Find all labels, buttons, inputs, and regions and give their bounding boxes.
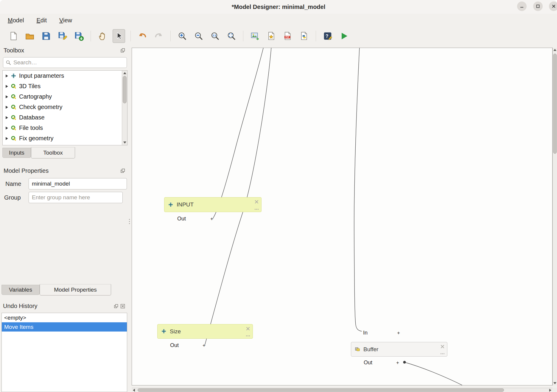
scroll-right-icon[interactable] [549,389,551,392]
close-panel-icon[interactable] [120,304,125,309]
float-panel-icon[interactable] [114,304,119,309]
node-collapse-icon[interactable] [246,326,250,332]
node-collapse-icon[interactable] [441,344,444,350]
scroll-down-icon[interactable] [123,141,126,144]
expander-icon[interactable] [6,85,8,88]
model-name-field[interactable] [29,178,127,189]
canvas-horizontal-scrollbar[interactable] [132,388,553,392]
expander-icon[interactable] [6,74,8,77]
tab-model-properties[interactable]: Model Properties [40,284,111,295]
expander-icon[interactable] [6,127,8,130]
scroll-down-icon[interactable] [553,382,556,384]
search-input[interactable] [13,59,124,66]
tab-label: Variables [9,287,32,293]
close-icon [552,4,556,8]
model-canvas[interactable]: INPUT Out + Size Out + In + Buffer Out + [132,48,553,385]
title-bar[interactable]: *Model Designer: minimal_model [0,0,557,14]
expander-icon[interactable] [6,106,8,109]
canvas-vertical-scrollbar[interactable] [553,48,557,385]
tab-label: Model Properties [54,287,97,293]
maximize-button[interactable] [533,1,543,11]
close-button[interactable] [549,1,557,11]
save-model-as-button[interactable] [56,29,69,43]
zoom-actual-size-icon: 1:1 [210,31,220,41]
zoom-in-button[interactable] [176,29,189,43]
toolbar-separator [243,31,243,41]
tree-scrollbar-thumb[interactable] [123,76,127,103]
tab-toolbox[interactable]: Toolbox [31,147,75,158]
port-connector[interactable]: + [396,360,399,365]
scroll-left-icon[interactable] [133,389,135,392]
tab-variables[interactable]: Variables [1,285,40,295]
save-model-button[interactable] [40,29,52,43]
pan-tool-button[interactable] [96,29,109,43]
toolbox-group-database[interactable]: Database [3,112,127,123]
port-connector[interactable]: + [203,343,206,348]
panel-splitter-handle[interactable] [129,219,130,224]
export-as-pdf-icon: PDF [283,31,292,41]
node-collapse-icon[interactable] [255,200,259,205]
toolbox-group-fix-geometry[interactable]: Fix geometry [3,133,127,144]
export-as-image-button[interactable] [249,29,261,43]
menu-view[interactable]: View [57,16,74,25]
menu-edit[interactable]: Edit [34,16,49,25]
toolbox-search[interactable] [3,57,127,68]
float-panel-icon[interactable] [120,48,125,53]
redo-button[interactable] [153,29,165,43]
toolbox-group-3d-tiles[interactable]: 3D Tiles [3,81,127,91]
run-model-button[interactable] [338,29,350,43]
select-move-item-tool-button[interactable] [113,29,125,43]
open-model-button[interactable] [24,29,36,43]
model-node-buffer[interactable]: Buffer [351,342,447,357]
toolbox-group-file-tools[interactable]: File tools [3,123,127,133]
zoom-actual-size-button[interactable]: 1:1 [209,29,221,43]
undo-history-item[interactable]: <empty> [2,313,127,322]
output-socket-dot[interactable] [403,361,406,364]
toolbox-group-cartography[interactable]: Cartography [3,91,127,102]
save-model-in-project-button[interactable] [73,29,85,43]
port-connector[interactable]: + [210,216,213,221]
horizontal-scrollbar-thumb[interactable] [138,388,504,392]
pan-icon [98,31,107,41]
export-as-svg-button[interactable] [265,29,278,43]
float-panel-icon[interactable] [120,168,125,173]
maximize-icon [536,4,540,8]
model-node-input[interactable]: INPUT [164,197,262,212]
zoom-full-button[interactable] [225,29,238,43]
tree-scrollbar[interactable] [122,71,127,145]
port-label-out: Out [364,360,372,366]
tab-label: Toolbox [43,150,63,156]
model-group-field[interactable] [29,192,123,203]
edit-model-help-button[interactable]: ? [321,29,334,43]
node-options-icon[interactable] [255,209,259,210]
menu-model[interactable]: Model [5,16,26,25]
new-model-button[interactable] [7,29,20,43]
tab-inputs[interactable]: Inputs [2,148,31,158]
port-label-in: In [363,330,368,336]
vertical-scrollbar-thumb[interactable] [553,54,557,154]
undo-history-item-selected[interactable]: Move Items [2,322,127,332]
expander-icon[interactable] [6,137,8,140]
port-connector[interactable]: + [397,330,400,335]
toolbox-group-input-parameters[interactable]: Input parameters [3,71,127,81]
minimize-icon [520,4,524,8]
port-label-out: Out [170,342,179,349]
menu-bar: Model Edit View [0,14,557,27]
save-model-icon [41,31,51,41]
toolbox-group-label: Database [19,114,45,121]
toolbox-group-check-geometry[interactable]: Check geometry [3,102,127,112]
undo-button[interactable] [136,29,149,43]
node-options-icon[interactable] [246,335,250,336]
export-as-python-button[interactable] [298,29,310,43]
expander-icon[interactable] [6,116,8,119]
buffer-algorithm-icon [355,346,360,352]
zoom-out-button[interactable] [192,29,205,43]
expander-icon[interactable] [6,95,8,98]
export-as-pdf-button[interactable]: PDF [281,29,294,43]
model-node-size[interactable]: Size [157,324,253,339]
minimize-button[interactable] [517,1,527,11]
scrollbar-corner [553,388,557,392]
scroll-up-icon[interactable] [553,49,556,51]
node-options-icon[interactable] [441,353,444,354]
scroll-up-icon[interactable] [123,72,126,74]
